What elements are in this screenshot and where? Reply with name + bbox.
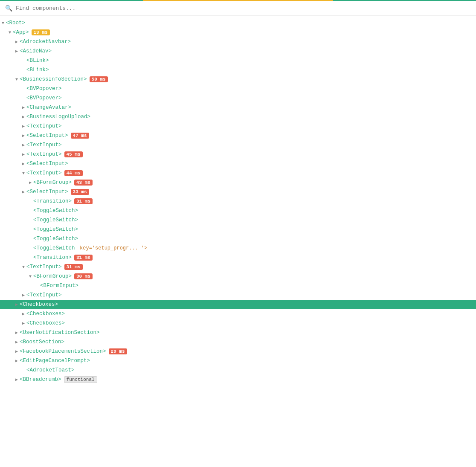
- component-attr: key='setup_progr... '>: [80, 245, 147, 251]
- tree-row[interactable]: <BFormGroup>43 ms: [0, 178, 476, 187]
- tree-toggle-arrow[interactable]: [0, 21, 6, 26]
- tree-row[interactable]: <Transition>31 ms: [0, 197, 476, 206]
- component-name: <BVPopover>: [26, 86, 62, 92]
- tree-toggle-arrow[interactable]: [14, 358, 20, 363]
- tree-toggle-arrow[interactable]: [20, 105, 26, 110]
- component-name: <ChangeAvatar>: [26, 104, 71, 110]
- tree-row[interactable]: <TextInput>: [0, 290, 476, 300]
- tree-row[interactable]: <ToggleSwitch>: [0, 215, 476, 225]
- tree-toggle-arrow[interactable]: [20, 293, 26, 298]
- tree-toggle-arrow[interactable]: [27, 180, 33, 185]
- tree-row[interactable]: <BusinessInfoSection>50 ms: [0, 75, 476, 84]
- search-input[interactable]: [16, 5, 471, 12]
- component-name: <BLink>: [26, 67, 49, 73]
- component-name: <Transition>: [33, 198, 72, 204]
- tree-row[interactable]: <ToggleSwitch>: [0, 206, 476, 215]
- performance-badge: 30 ms: [74, 273, 93, 279]
- component-name: <BBreadcrumb>: [20, 377, 61, 383]
- tree-row[interactable]: <BFormInput>: [0, 281, 476, 290]
- tree-row[interactable]: <App>13 ms: [0, 28, 476, 37]
- performance-badge: functional: [64, 376, 97, 383]
- component-name: <TextInput>: [26, 151, 62, 157]
- component-name: <Transition>: [33, 255, 72, 261]
- tree-toggle-arrow[interactable]: [20, 133, 26, 138]
- tree-toggle-arrow[interactable]: [14, 349, 20, 354]
- tree-row[interactable]: <SelectInput>47 ms: [0, 131, 476, 140]
- performance-badge: 50 ms: [90, 76, 108, 82]
- tree-row[interactable]: <AsideNav>: [0, 46, 476, 56]
- tree-row[interactable]: <ChangeAvatar>: [0, 103, 476, 112]
- tree-toggle-arrow[interactable]: [14, 339, 20, 345]
- tree-row[interactable]: <BoostSection>: [0, 337, 476, 347]
- component-name: <EditPageCancelPrompt>: [20, 358, 90, 364]
- tree-toggle-arrow[interactable]: [14, 302, 20, 307]
- tree-row[interactable]: <TextInput>31 ms: [0, 262, 476, 272]
- tree-row[interactable]: <SelectInput>33 ms: [0, 187, 476, 197]
- tree-toggle-arrow[interactable]: [14, 330, 20, 335]
- component-name: <BFormGroup>: [33, 273, 72, 279]
- tree-toggle-arrow[interactable]: [20, 142, 26, 148]
- tree-row[interactable]: <ToggleSwitch>: [0, 234, 476, 244]
- component-name: <SelectInput>: [26, 189, 68, 195]
- component-name: <ToggleSwitch>: [33, 226, 78, 232]
- component-name: <TextInput>: [26, 170, 62, 176]
- component-name: <ToggleSwitch key='setup_progr... '>: [33, 245, 147, 251]
- tree-toggle-arrow[interactable]: [27, 274, 33, 279]
- tree-toggle-arrow[interactable]: [14, 39, 20, 44]
- performance-badge: 13 ms: [32, 29, 50, 35]
- tree-toggle-arrow[interactable]: [20, 189, 26, 194]
- tree-row[interactable]: <AdrocketNavbar>: [0, 37, 476, 46]
- tree-row[interactable]: <BBreadcrumb>functional: [0, 375, 476, 384]
- tree-row[interactable]: <UserNotificationSection>: [0, 328, 476, 337]
- performance-badge: 29 ms: [109, 348, 127, 354]
- component-tree: <Root><App>13 ms<AdrocketNavbar><AsideNa…: [0, 16, 476, 387]
- performance-badge: 31 ms: [64, 264, 83, 270]
- tree-toggle-arrow[interactable]: [20, 265, 26, 270]
- tree-row[interactable]: <AdrocketToast>: [0, 365, 476, 375]
- tree-row[interactable]: <Checkboxes>: [0, 309, 476, 319]
- tree-row[interactable]: <Checkboxes>: [0, 300, 476, 309]
- tree-row[interactable]: <TextInput>: [0, 140, 476, 150]
- tree-row[interactable]: <EditPageCancelPrompt>: [0, 356, 476, 365]
- tree-row[interactable]: <ToggleSwitch key='setup_progr... '>: [0, 244, 476, 253]
- tree-toggle-arrow[interactable]: [20, 124, 26, 129]
- tree-toggle-arrow[interactable]: [20, 321, 26, 326]
- tree-row[interactable]: <Root>: [0, 18, 476, 28]
- tree-toggle-arrow[interactable]: [14, 377, 20, 382]
- component-name: <ToggleSwitch>: [33, 208, 78, 214]
- component-name: <BusinessLogoUpload>: [26, 114, 90, 120]
- component-name: <Checkboxes>: [26, 311, 65, 317]
- tree-toggle-arrow[interactable]: [20, 114, 26, 119]
- tree-toggle-arrow[interactable]: [14, 49, 20, 54]
- component-name: <TextInput>: [26, 123, 62, 129]
- tree-row[interactable]: <BusinessLogoUpload>: [0, 112, 476, 122]
- component-name: <Root>: [6, 20, 25, 26]
- tree-toggle-arrow[interactable]: [20, 171, 26, 176]
- component-name: <AdrocketNavbar>: [20, 39, 71, 45]
- component-name: <App>: [13, 29, 29, 35]
- tree-row[interactable]: <BLink>: [0, 65, 476, 75]
- tree-row[interactable]: <BLink>: [0, 56, 476, 65]
- tree-row[interactable]: <Transition>31 ms: [0, 253, 476, 262]
- performance-badge: 47 ms: [71, 133, 89, 139]
- tree-row[interactable]: <TextInput>44 ms: [0, 168, 476, 178]
- tree-row[interactable]: <TextInput>45 ms: [0, 150, 476, 159]
- tree-toggle-arrow[interactable]: [20, 161, 26, 166]
- tree-row[interactable]: <FacebookPlacementsSection>29 ms: [0, 347, 476, 356]
- tree-row[interactable]: <SelectInput>: [0, 159, 476, 168]
- tree-row[interactable]: <BFormGroup>30 ms: [0, 272, 476, 281]
- tree-toggle-arrow[interactable]: [14, 77, 20, 82]
- tree-row[interactable]: <TextInput>: [0, 122, 476, 131]
- tree-row[interactable]: <Checkboxes>: [0, 319, 476, 328]
- component-name: <TextInput>: [26, 264, 62, 270]
- tree-toggle-arrow[interactable]: [7, 30, 13, 35]
- tree-toggle-arrow[interactable]: [20, 152, 26, 157]
- component-name: <UserNotificationSection>: [20, 330, 100, 336]
- component-name: <BFormGroup>: [33, 180, 72, 186]
- performance-badge: 43 ms: [74, 180, 93, 186]
- component-name: <Checkboxes>: [20, 302, 58, 307]
- tree-row[interactable]: <BVPopover>: [0, 93, 476, 103]
- tree-row[interactable]: <BVPopover>: [0, 84, 476, 93]
- tree-row[interactable]: <ToggleSwitch>: [0, 225, 476, 234]
- tree-toggle-arrow[interactable]: [20, 311, 26, 316]
